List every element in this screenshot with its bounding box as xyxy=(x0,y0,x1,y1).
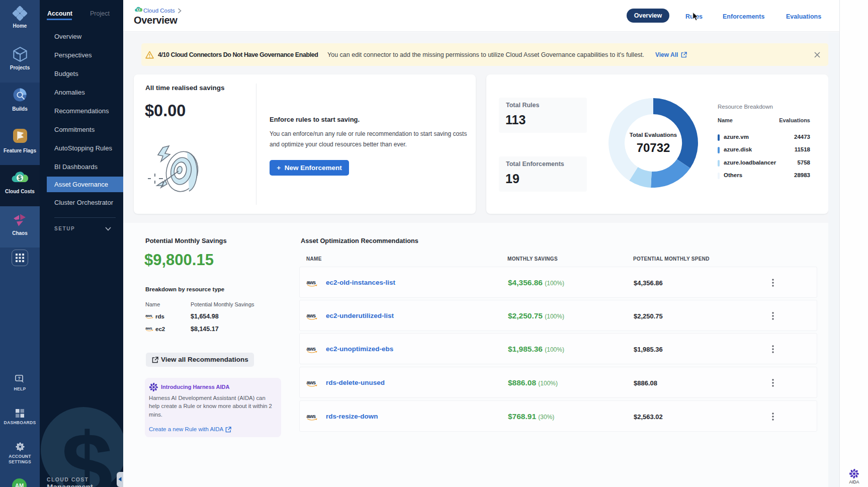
svg-text:$: $ xyxy=(138,8,139,11)
svg-text:aws: aws xyxy=(307,280,316,285)
svg-text:aws: aws xyxy=(145,326,152,331)
svg-text:?: ? xyxy=(18,376,21,381)
svg-text:aws: aws xyxy=(307,380,316,385)
svg-text:$: $ xyxy=(18,175,22,182)
svg-text:aws: aws xyxy=(145,313,152,318)
svg-text:aws: aws xyxy=(307,414,316,419)
svg-text:aws: aws xyxy=(307,313,316,318)
svg-text:aws: aws xyxy=(307,346,316,352)
